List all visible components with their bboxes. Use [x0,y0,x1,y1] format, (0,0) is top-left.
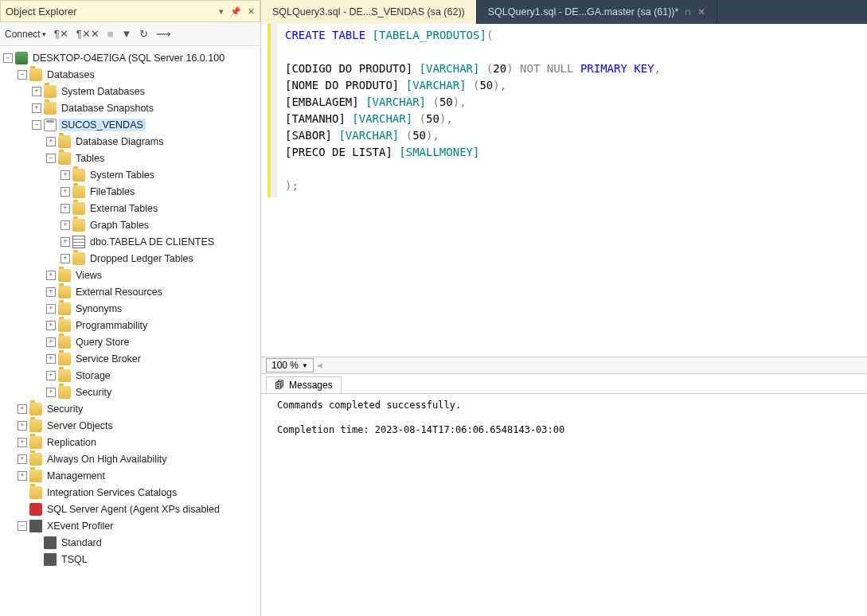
graph-tables-node[interactable]: +Graph Tables [0,216,260,233]
dropdown-icon[interactable]: ▾ [219,6,224,17]
folder-icon [29,68,42,81]
service-broker-node[interactable]: +Service Broker [0,350,260,367]
zoom-bar: 100 %▼ ◀ [261,357,867,374]
tables-node[interactable]: −Tables [0,150,260,166]
query-store-node[interactable]: +Query Store [0,333,260,350]
editor-code[interactable]: CREATE TABLE [TABELA_PRODUTOS]( [CODIGO … [277,24,669,197]
folder-icon [58,152,71,165]
tree-view[interactable]: −DESKTOP-O4E7IGA (SQL Server 16.0.100 −D… [0,46,260,616]
folder-icon [72,202,85,215]
filter-icon[interactable]: ▼ [122,28,132,40]
views-node[interactable]: +Views [0,267,260,283]
xevent-icon [44,553,57,566]
xevent-icon [29,520,42,532]
folder-icon [58,269,71,282]
folder-icon [72,169,85,181]
xevent-profiler-node[interactable]: −XEvent Profiler [0,517,260,534]
zoom-select[interactable]: 100 %▼ [266,358,314,372]
folder-icon [29,453,42,466]
sql-agent-node[interactable]: SQL Server Agent (Agent XPs disabled [0,501,260,517]
message-line: Commands completed successfully. [277,399,851,412]
disconnect-icon[interactable]: ¶✕ [54,28,68,40]
tab-sqlquery1[interactable]: SQLQuery1.sql - DE...GA.master (sa (61))… [477,0,718,24]
tab-sqlquery3[interactable]: SQLQuery3.sql - DE...S_VENDAS (sa (62)) [261,0,477,24]
folder-icon [29,486,42,499]
close-tab-icon[interactable]: ✕ [697,6,705,18]
folder-icon [72,185,85,198]
dropped-ledger-node[interactable]: +Dropped Ledger Tables [0,250,260,267]
storage-node[interactable]: +Storage [0,367,260,384]
sql-editor[interactable]: CREATE TABLE [TABELA_PRODUTOS]( [CODIGO … [261,24,867,197]
folder-icon [44,102,57,115]
folder-icon [58,369,71,382]
server-node[interactable]: −DESKTOP-O4E7IGA (SQL Server 16.0.100 [0,49,260,66]
table-icon [72,236,85,248]
scroll-left-icon[interactable]: ◀ [317,361,322,369]
is-catalogs-node[interactable]: Integration Services Catalogs [0,484,260,501]
external-tables-node[interactable]: +External Tables [0,200,260,216]
folder-icon [58,302,71,315]
databases-node[interactable]: −Databases [0,66,260,83]
folder-icon [58,336,71,349]
explorer-toolbar: Connect▾ ¶✕ ¶✕✕ ■ ▼ ↻ ⟿ [0,22,260,46]
database-diagrams-node[interactable]: +Database Diagrams [0,133,260,150]
system-databases-node[interactable]: +System Databases [0,83,260,99]
xevent-tsql-node[interactable]: TSQL [0,551,260,567]
folder-icon [29,436,42,449]
synonyms-node[interactable]: +Synonyms [0,300,260,317]
alwayson-node[interactable]: +Always On High Availability [0,450,260,467]
object-explorer-panel: Object Explorer ▾ 📌 ✕ Connect▾ ¶✕ ¶✕✕ ■ … [0,0,261,616]
folder-icon [72,252,85,265]
refresh-icon[interactable]: ↻ [139,28,148,40]
xevent-standard-node[interactable]: Standard [0,534,260,551]
filetables-node[interactable]: +FileTables [0,183,260,200]
folder-icon [58,135,71,148]
panel-title: Object Explorer [6,6,77,18]
external-resources-node[interactable]: +External Resources [0,283,260,300]
db-security-node[interactable]: +Security [0,384,260,400]
activity-icon[interactable]: ⟿ [156,28,171,40]
message-line: Completion time: 2023-08-14T17:06:06.654… [277,423,851,437]
folder-icon [44,85,57,98]
pin-icon[interactable]: ⊓ [685,8,691,17]
panel-header: Object Explorer ▾ 📌 ✕ [0,0,260,22]
folder-icon [29,403,42,415]
server-objects-node[interactable]: +Server Objects [0,417,260,434]
database-snapshots-node[interactable]: +Database Snapshots [0,99,260,116]
folder-icon [58,386,71,399]
stop-icon[interactable]: ■ [107,28,114,40]
connect-button[interactable]: Connect▾ [5,29,46,40]
dbo-clientes-node[interactable]: +dbo.TABELA DE CLIENTES [0,233,260,250]
messages-tab[interactable]: 🗐Messages [266,376,342,393]
folder-icon [58,319,71,332]
pin-icon[interactable]: 📌 [230,6,241,17]
management-node[interactable]: +Management [0,467,260,484]
xevent-icon [44,536,57,549]
messages-icon: 🗐 [275,380,284,391]
editor-panel: SQLQuery3.sql - DE...S_VENDAS (sa (62)) … [261,0,867,616]
sucos-vendas-node[interactable]: −SUCOS_VENDAS [0,116,260,133]
editor-tabbar: SQLQuery3.sql - DE...S_VENDAS (sa (62)) … [261,0,867,24]
disconnect-all-icon[interactable]: ¶✕✕ [76,28,100,40]
programmability-node[interactable]: +Programmability [0,317,260,333]
database-icon [44,119,57,131]
close-panel-icon[interactable]: ✕ [248,6,255,17]
messages-body[interactable]: Commands completed successfully. Complet… [261,393,867,616]
editor-gutter [268,24,277,197]
server-icon [15,52,28,64]
agent-icon [29,503,42,516]
system-tables-node[interactable]: +System Tables [0,166,260,183]
messages-panel: 🗐Messages Commands completed successfull… [261,374,867,616]
folder-icon [58,286,71,298]
folder-icon [29,470,42,482]
server-security-node[interactable]: +Security [0,400,260,417]
folder-icon [72,219,85,232]
replication-node[interactable]: +Replication [0,434,260,450]
folder-icon [29,419,42,432]
folder-icon [58,353,71,365]
